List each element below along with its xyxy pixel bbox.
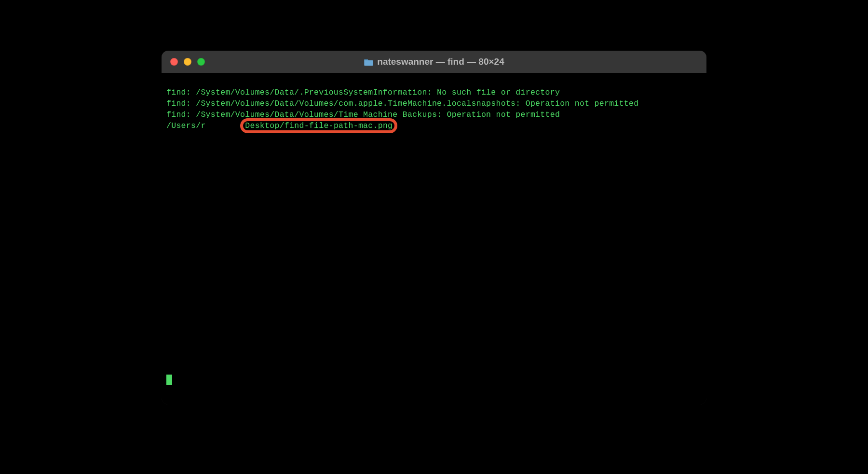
output-line: find: /System/Volumes/Data/Volumes/com.a… — [166, 98, 702, 109]
terminal-cursor — [166, 375, 172, 385]
folder-icon — [364, 58, 373, 66]
title-bar[interactable]: nateswanner — find — 80×24 — [162, 51, 706, 73]
minimize-button[interactable] — [184, 58, 191, 66]
window-title-area: nateswanner — find — 80×24 — [364, 56, 504, 67]
window-title: nateswanner — find — 80×24 — [377, 56, 504, 67]
terminal-window: nateswanner — find — 80×24 find: /System… — [162, 51, 706, 404]
output-text: /Users/r — [166, 121, 206, 130]
terminal-body[interactable]: find: /System/Volumes/Data/.PreviousSyst… — [162, 73, 706, 404]
traffic-lights — [170, 58, 205, 66]
output-line: /Users/r Desktop/find-file-path-mac.png — [166, 120, 702, 131]
highlighted-path: Desktop/find-file-path-mac.png — [245, 121, 393, 130]
output-line: find: /System/Volumes/Data/Volumes/Time … — [166, 109, 702, 120]
maximize-button[interactable] — [197, 58, 205, 66]
output-text — [206, 121, 245, 130]
terminal-output: find: /System/Volumes/Data/.PreviousSyst… — [166, 76, 702, 165]
output-line: find: /System/Volumes/Data/.PreviousSyst… — [166, 87, 702, 98]
close-button[interactable] — [170, 58, 178, 66]
